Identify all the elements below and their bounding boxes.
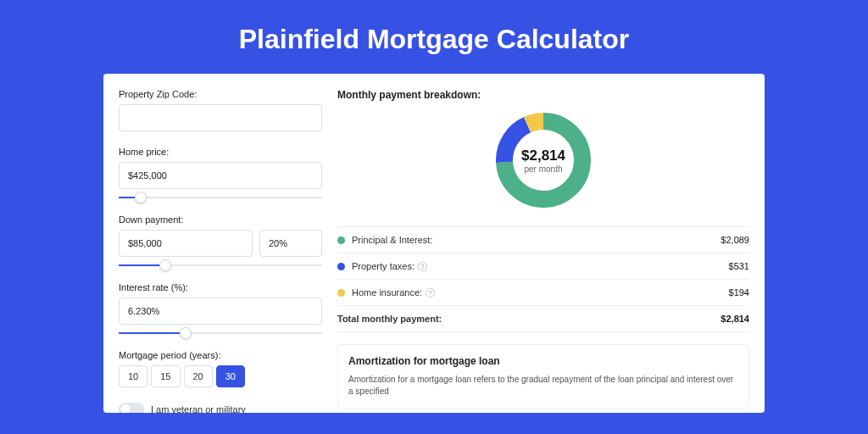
breakdown-panel: Monthly payment breakdown: $2,814 per mo… [337,89,749,413]
legend-label: Property taxes:? [352,261,729,271]
legend-value: $2,089 [721,235,749,245]
dot-icon [337,289,345,297]
interest-rate-label: Interest rate (%): [119,282,322,292]
info-icon[interactable]: ? [418,262,427,271]
dot-icon [337,263,345,270]
legend-label: Principal & Interest: [352,235,721,245]
home-price-input[interactable] [119,162,322,189]
amortization-text: Amortization for a mortgage loan refers … [348,374,738,398]
interest-rate-input[interactable] [119,298,322,325]
vet-label: I am veteran or military [151,404,246,413]
legend-total-value: $2,814 [721,314,749,324]
legend-label: Home insurance:? [352,287,729,298]
legend-row-total: Total monthly payment: $2,814 [337,306,749,332]
breakdown-title: Monthly payment breakdown: [337,89,749,101]
zip-label: Property Zip Code: [119,89,322,99]
dot-icon [337,236,345,244]
payment-donut-chart: $2,814 per month [492,109,594,211]
legend-row-taxes: Property taxes:? $531 [337,253,749,280]
down-payment-pct-input[interactable] [259,230,322,257]
period-option-15[interactable]: 15 [151,365,180,387]
form-panel: Property Zip Code: Home price: Down paym… [119,89,322,413]
down-payment-label: Down payment: [119,214,322,225]
down-payment-slider[interactable] [119,260,322,270]
legend-total-label: Total monthly payment: [337,314,721,324]
vet-toggle[interactable] [119,403,144,413]
donut-total-sub: per month [524,164,562,174]
legend-value: $531 [729,261,749,271]
donut-total-value: $2,814 [521,147,565,164]
legend-row-principal: Principal & Interest: $2,089 [337,227,749,253]
period-option-10[interactable]: 10 [119,365,147,387]
legend-value: $194 [729,287,749,298]
legend: Principal & Interest: $2,089 Property ta… [337,226,749,332]
period-segmented: 10 15 20 30 [119,365,322,387]
zip-input[interactable] [119,104,322,131]
down-payment-amount-input[interactable] [119,230,253,257]
legend-row-insurance: Home insurance:? $194 [337,280,749,306]
calculator-card: Property Zip Code: Home price: Down paym… [103,74,765,413]
period-option-30[interactable]: 30 [216,365,245,387]
amortization-title: Amortization for mortgage loan [348,355,738,367]
period-label: Mortgage period (years): [119,350,322,360]
page-title: Plainfield Mortgage Calculator [0,0,868,74]
period-option-20[interactable]: 20 [184,365,213,387]
amortization-section: Amortization for mortgage loan Amortizat… [337,344,749,409]
home-price-slider[interactable] [119,192,322,203]
home-price-label: Home price: [119,147,322,157]
interest-rate-slider[interactable] [119,328,322,338]
info-icon[interactable]: ? [426,288,435,298]
